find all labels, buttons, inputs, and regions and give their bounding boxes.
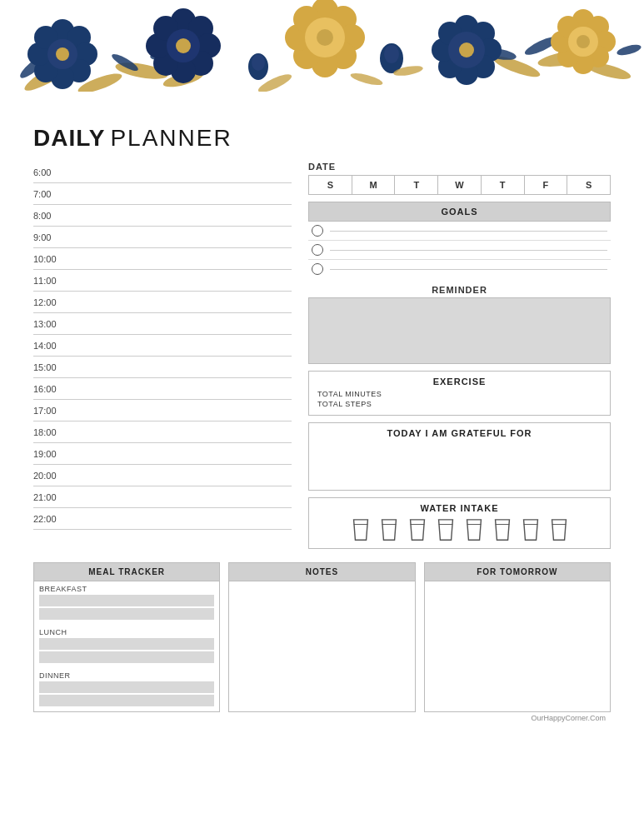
schedule-line <box>67 345 292 346</box>
schedule-line <box>67 302 292 302</box>
schedule-row[interactable]: 21:00 <box>33 486 292 508</box>
time-label: 9:00 <box>33 232 67 242</box>
schedule-row[interactable]: 22:00 <box>33 508 292 530</box>
time-label: 15:00 <box>33 362 67 372</box>
notes-body[interactable] <box>229 581 414 665</box>
right-column: DATE SMTWTFS GOALS REMINDER EXERCISE TOT… <box>308 162 611 556</box>
meal-lunch: LUNCH <box>34 625 219 668</box>
water-cup[interactable] <box>548 518 570 543</box>
schedule-row[interactable]: 17:00 <box>33 400 292 421</box>
schedule-line <box>67 280 292 281</box>
schedule-line <box>67 518 292 519</box>
svg-point-72 <box>349 71 383 87</box>
date-label: DATE <box>308 162 611 172</box>
water-cup[interactable] <box>520 518 542 543</box>
schedule-row[interactable]: 20:00 <box>33 465 292 486</box>
schedule-row[interactable]: 16:00 <box>33 378 292 400</box>
water-title: WATER INTAKE <box>317 503 602 513</box>
day-cell[interactable]: S <box>309 176 352 194</box>
svg-point-70 <box>384 45 399 63</box>
grateful-lines[interactable] <box>317 443 602 485</box>
goal-circle <box>312 244 323 256</box>
schedule-line <box>67 496 292 497</box>
schedule-rows: 6:007:008:009:0010:0011:0012:0013:0014:0… <box>33 162 292 530</box>
schedule-row[interactable]: 10:00 <box>33 248 292 270</box>
time-label: 20:00 <box>33 471 67 481</box>
water-cup[interactable] <box>350 518 372 543</box>
tomorrow-header: FOR TOMORROW <box>425 563 610 581</box>
reminder-section: REMINDER <box>308 285 611 364</box>
bottom-section: MEAL TRACKER BREAKFAST LUNCH DINNER NOTE… <box>33 562 611 712</box>
day-cell[interactable]: S <box>567 176 610 194</box>
water-cup[interactable] <box>378 518 400 543</box>
water-cups <box>317 518 602 543</box>
svg-rect-74 <box>0 92 644 117</box>
exercise-section: EXERCISE TOTAL MINUTES TOTAL STEPS <box>308 371 611 416</box>
goal-item[interactable] <box>308 222 611 241</box>
time-label: 8:00 <box>33 211 67 221</box>
schedule-row[interactable]: 14:00 <box>33 335 292 357</box>
schedule-line <box>67 410 292 411</box>
floral-decoration <box>0 0 644 117</box>
schedule-row[interactable]: 12:00 <box>33 292 292 313</box>
schedule-row[interactable]: 8:00 <box>33 205 292 227</box>
schedule-row[interactable]: 7:00 <box>33 183 292 205</box>
meal-dinner: DINNER <box>34 668 219 711</box>
water-section: WATER INTAKE <box>308 497 611 549</box>
schedule-line <box>67 237 292 237</box>
svg-point-14 <box>616 42 642 57</box>
title-row: DAILY PLANNER <box>33 125 611 152</box>
time-label: 21:00 <box>33 492 67 502</box>
schedule-row[interactable]: 11:00 <box>33 270 292 292</box>
grateful-title: TODAY I AM GRATEFUL FOR <box>317 428 602 438</box>
time-label: 18:00 <box>33 427 67 437</box>
schedule-line <box>67 453 292 454</box>
time-label: 12:00 <box>33 297 67 307</box>
schedule-row[interactable]: 6:00 <box>33 162 292 183</box>
exercise-minutes: TOTAL MINUTES <box>317 390 602 398</box>
water-cup[interactable] <box>463 518 485 543</box>
footer: OurHappyCorner.Com <box>33 712 611 724</box>
day-cell[interactable]: M <box>352 176 396 194</box>
schedule-line <box>67 258 292 259</box>
time-label: 6:00 <box>33 167 67 177</box>
goal-item[interactable] <box>308 241 611 260</box>
schedule-line <box>67 172 292 172</box>
water-cup[interactable] <box>407 518 428 543</box>
schedule-line <box>67 475 292 476</box>
time-label: 22:00 <box>33 514 67 524</box>
schedule-row[interactable]: 18:00 <box>33 421 292 443</box>
schedule-line <box>67 431 292 432</box>
schedule-row[interactable]: 15:00 <box>33 357 292 378</box>
tomorrow-body[interactable] <box>425 581 610 665</box>
time-label: 13:00 <box>33 319 67 329</box>
schedule-row[interactable]: 13:00 <box>33 313 292 335</box>
exercise-steps: TOTAL STEPS <box>317 400 602 408</box>
svg-point-68 <box>252 54 265 71</box>
schedule-row[interactable]: 19:00 <box>33 443 292 465</box>
floral-header <box>0 0 644 117</box>
water-cup[interactable] <box>435 518 457 543</box>
reminder-box[interactable] <box>308 297 611 364</box>
goal-item[interactable] <box>308 260 611 278</box>
goal-line <box>330 250 607 251</box>
time-label: 16:00 <box>33 384 67 394</box>
notes-header: NOTES <box>229 563 414 581</box>
time-label: 7:00 <box>33 189 67 199</box>
title-light: PLANNER <box>110 125 232 152</box>
main-layout: 6:007:008:009:0010:0011:0012:0013:0014:0… <box>33 162 611 556</box>
day-cell[interactable]: T <box>482 176 525 194</box>
day-cell[interactable]: T <box>395 176 438 194</box>
goal-circle <box>312 225 323 237</box>
svg-point-46 <box>317 29 333 46</box>
time-label: 19:00 <box>33 449 67 459</box>
time-label: 14:00 <box>33 341 67 351</box>
time-label: 17:00 <box>33 406 67 416</box>
water-cup[interactable] <box>492 518 513 543</box>
schedule-row[interactable]: 9:00 <box>33 227 292 248</box>
schedule-line <box>67 215 292 216</box>
time-label: 11:00 <box>33 276 67 286</box>
day-cell[interactable]: W <box>438 176 482 194</box>
day-cell[interactable]: F <box>525 176 568 194</box>
schedule-line <box>67 388 292 389</box>
